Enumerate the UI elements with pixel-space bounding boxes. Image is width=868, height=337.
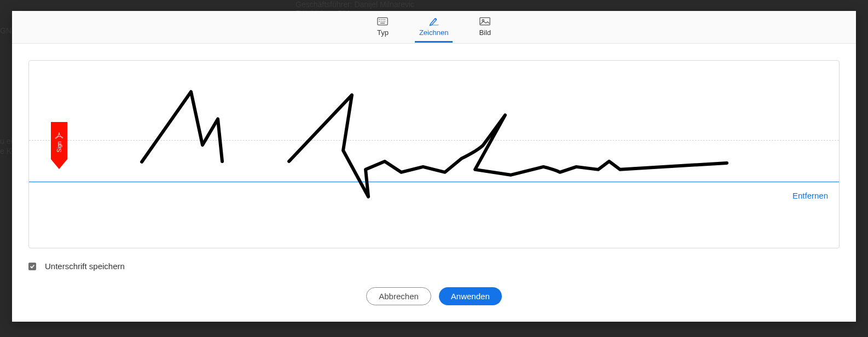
modal-buttons: Abbrechen Anwenden [28, 287, 840, 305]
save-signature-checkbox[interactable] [28, 263, 36, 270]
save-signature-label: Unterschrift speichern [45, 262, 125, 271]
tab-draw[interactable]: Zeichnen [415, 13, 453, 41]
svg-rect-10 [480, 18, 490, 25]
tab-image-label: Bild [479, 28, 491, 37]
modal-body: Sign Entfernen Unterschrift speichern Ab… [12, 44, 856, 322]
clear-signature-link[interactable]: Entfernen [792, 191, 828, 200]
image-icon [479, 16, 490, 26]
keyboard-icon [377, 16, 388, 26]
cancel-button[interactable]: Abbrechen [366, 287, 431, 305]
signature-tabs: Typ Zeichnen Bild [12, 11, 856, 44]
tab-type-label: Typ [377, 28, 389, 37]
signature-drawing [29, 61, 839, 248]
signature-modal: Typ Zeichnen Bild [12, 11, 856, 322]
save-signature-row: Unterschrift speichern [28, 262, 840, 271]
signature-canvas[interactable]: Sign Entfernen [28, 60, 840, 248]
apply-button[interactable]: Anwenden [439, 287, 502, 305]
tab-image[interactable]: Bild [474, 13, 495, 41]
tab-draw-label: Zeichnen [419, 28, 448, 37]
check-icon [30, 264, 35, 269]
bg-side-text-2: u ei [0, 137, 13, 146]
tab-type[interactable]: Typ [373, 13, 393, 41]
pen-icon [429, 16, 439, 26]
